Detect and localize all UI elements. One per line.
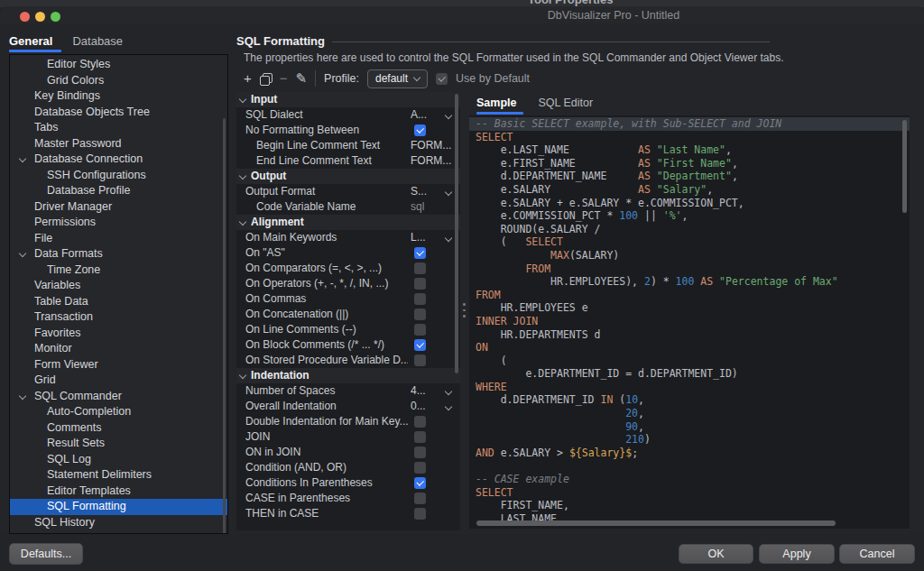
sidebar-item-label: Table Data	[34, 294, 88, 310]
sidebar-item-label: Driver Manager	[34, 199, 112, 216]
zoom-button[interactable]	[51, 12, 60, 22]
setting-checkbox[interactable]	[414, 508, 426, 520]
sidebar-item-label: Variables	[34, 278, 80, 294]
apply-button[interactable]: Apply	[759, 544, 835, 564]
setting-checkbox[interactable]	[414, 124, 426, 136]
sidebar-item-favorites[interactable]: Favorites	[10, 326, 227, 342]
edit-profile-icon[interactable]: ✎	[296, 69, 308, 87]
copy-profile-icon[interactable]	[260, 73, 272, 85]
sidebar-item-statement-delimiters[interactable]: Statement Delimiters	[10, 467, 227, 484]
setting-checkbox[interactable]	[414, 355, 426, 366]
sidebar-item-sql-history[interactable]: SQL History	[10, 515, 227, 531]
settings-section-indentation[interactable]: Indentation	[236, 368, 460, 383]
setting-checkbox[interactable]	[414, 309, 426, 320]
add-profile-icon[interactable]: +	[244, 69, 252, 87]
setting-row-overall-indentation: Overall Indentation0...	[236, 399, 460, 414]
sidebar-item-sql-log[interactable]: SQL Log	[10, 452, 227, 468]
tree-scrollbar[interactable]	[223, 118, 226, 534]
close-button[interactable]	[20, 12, 30, 22]
category-tree[interactable]: Editor StylesGrid ColorsKey BindingsData…	[9, 54, 228, 534]
sidebar-item-label: Statement Delimiters	[47, 467, 152, 484]
sidebar-item-permissions[interactable]: Permissions	[10, 215, 227, 231]
setting-label: Code Variable Name	[256, 199, 408, 215]
setting-checkbox[interactable]	[414, 462, 426, 474]
sidebar-item-editor-templates[interactable]: Editor Templates	[10, 484, 227, 500]
sidebar-item-data-formats[interactable]: Data Formats	[10, 246, 227, 262]
chevron-down-icon[interactable]	[239, 96, 246, 103]
sidebar-item-variables[interactable]: Variables	[10, 278, 227, 294]
code-line: e.FIRST_NAME AS "First Name",	[469, 157, 910, 170]
cancel-button[interactable]: Cancel	[839, 544, 915, 564]
setting-checkbox[interactable]	[414, 324, 426, 336]
sidebar-item-database-profile[interactable]: Database Profile	[10, 183, 227, 199]
code-line: ( SELECT	[469, 235, 910, 249]
defaults-button[interactable]: Defaults...	[9, 543, 83, 565]
sidebar-item-tabs[interactable]: Tabs	[10, 120, 227, 136]
setting-label: Number of Spaces	[245, 383, 408, 399]
sidebar-item-monitor[interactable]: Monitor	[10, 341, 227, 357]
sidebar-item-database-connection[interactable]: Database Connection	[10, 152, 227, 168]
sidebar-item-label: Master Password	[34, 136, 122, 152]
setting-checkbox[interactable]	[414, 477, 426, 489]
sidebar-item-driver-manager[interactable]: Driver Manager	[10, 199, 227, 216]
setting-row-conditions-in-parentheses: Conditions In Parentheses	[236, 475, 460, 491]
settings-section-input[interactable]: Input	[236, 92, 460, 107]
setting-checkbox[interactable]	[414, 262, 426, 274]
setting-checkbox[interactable]	[414, 278, 426, 290]
splitter-handle[interactable]	[463, 303, 466, 321]
setting-checkbox[interactable]	[414, 293, 426, 305]
sidebar-item-auto-completion[interactable]: Auto-Completion	[10, 404, 227, 420]
chevron-down-icon[interactable]	[239, 172, 246, 180]
chevron-down-icon[interactable]	[239, 372, 246, 379]
setting-checkbox[interactable]	[414, 447, 426, 458]
code-line: -- CASE example	[469, 473, 910, 486]
settings-section-alignment[interactable]: Alignment	[236, 215, 460, 230]
code-line: HR.EMPLOYEES e	[469, 301, 910, 315]
code-vertical-scrollbar[interactable]	[902, 120, 907, 213]
sidebar-item-grid[interactable]: Grid	[10, 373, 227, 389]
use-by-default-checkbox[interactable]	[436, 73, 448, 85]
sidebar-item-grid-colors[interactable]: Grid Colors	[10, 73, 227, 89]
sidebar-item-comments[interactable]: Comments	[10, 420, 227, 437]
sidebar-item-ssh-configurations[interactable]: SSH Configurations	[10, 168, 227, 184]
formatting-settings-list[interactable]: InputSQL DialectA...No Formatting Betwee…	[236, 92, 460, 530]
chevron-down-icon[interactable]	[19, 250, 26, 257]
sidebar-item-table-data[interactable]: Table Data	[10, 294, 227, 310]
sidebar-item-sql-formatting[interactable]: SQL Formatting	[10, 499, 227, 515]
sidebar-item-time-zone[interactable]: Time Zone	[10, 262, 227, 279]
sidebar-item-file[interactable]: File	[10, 231, 227, 247]
profile-dropdown[interactable]: default	[367, 69, 428, 88]
chevron-down-icon[interactable]	[19, 391, 26, 399]
setting-checkbox[interactable]	[414, 339, 426, 351]
footer-bar: Defaults... OK Apply Cancel	[0, 534, 924, 571]
chevron-down-icon[interactable]	[239, 218, 246, 226]
sidebar-item-key-bindings[interactable]: Key Bindings	[10, 88, 227, 105]
setting-row-on-block-comments: On Block Comments (/* ... */)	[236, 337, 460, 353]
sidebar-item-result-sets[interactable]: Result Sets	[10, 436, 227, 452]
setting-checkbox[interactable]	[414, 416, 426, 428]
code-line: e.COMMISSION_PCT * 100 || '%',	[469, 209, 910, 223]
sidebar-item-form-viewer[interactable]: Form Viewer	[10, 357, 227, 373]
sidebar-item-editor-styles[interactable]: Editor Styles	[10, 57, 227, 73]
setting-checkbox[interactable]	[414, 493, 426, 504]
minimize-button[interactable]	[35, 12, 45, 22]
chevron-down-icon[interactable]	[19, 155, 26, 162]
sidebar-item-sql-commander[interactable]: SQL Commander	[10, 389, 227, 405]
sidebar-item-master-password[interactable]: Master Password	[10, 136, 227, 152]
setting-checkbox[interactable]	[414, 431, 426, 443]
sidebar-item-label: Comments	[47, 420, 101, 437]
setting-label: Double Indentation for Main Key...	[245, 414, 408, 429]
tab-database[interactable]: Database	[72, 30, 123, 53]
sql-sample-editor[interactable]: -- Basic SELECT example, with Sub-SELECT…	[469, 115, 910, 529]
sidebar-item-label: Time Zone	[47, 262, 100, 279]
ok-button[interactable]: OK	[679, 544, 753, 564]
code-horizontal-scrollbar[interactable]	[476, 520, 836, 526]
setting-label: On "AS"	[245, 245, 408, 261]
settings-scrollbar[interactable]	[455, 94, 458, 373]
tab-sql-editor[interactable]: SQL Editor	[538, 93, 593, 115]
setting-checkbox[interactable]	[414, 247, 426, 259]
settings-section-output[interactable]: Output	[236, 169, 460, 184]
sidebar-item-database-objects-tree[interactable]: Database Objects Tree	[10, 105, 227, 121]
remove-profile-icon[interactable]: −	[280, 69, 288, 87]
sidebar-item-transaction[interactable]: Transaction	[10, 309, 227, 326]
